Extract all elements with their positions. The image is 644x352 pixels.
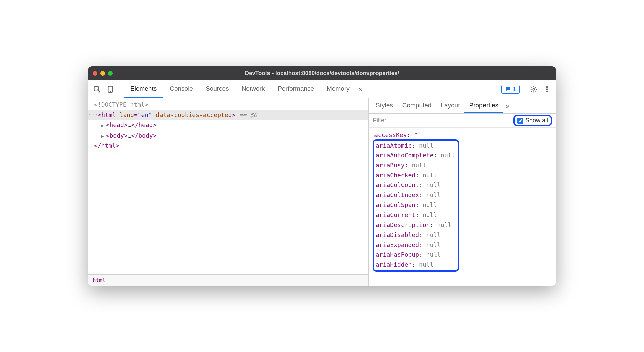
property-row[interactable]: ariaHasPopup: null — [375, 250, 455, 260]
property-row[interactable]: ariaColSpan: null — [375, 200, 455, 210]
side-tab-layout[interactable]: Layout — [436, 98, 464, 113]
dom-panel: <!DOCTYPE html> ···<html lang="en" data-… — [88, 98, 369, 286]
property-row[interactable]: ariaDescription: null — [375, 220, 455, 230]
tabs-overflow-icon[interactable]: » — [356, 85, 365, 93]
tab-elements[interactable]: Elements — [124, 80, 163, 98]
settings-gear-icon[interactable] — [528, 84, 539, 95]
window-controls — [93, 71, 113, 76]
tab-sources[interactable]: Sources — [200, 80, 235, 98]
property-row[interactable]: ariaColCount: null — [375, 180, 455, 190]
breadcrumb-html[interactable]: html — [93, 277, 106, 283]
property-row[interactable]: ariaDisabled: null — [375, 230, 455, 240]
issues-badge[interactable]: 1 — [501, 85, 520, 94]
tab-network[interactable]: Network — [236, 80, 271, 98]
toolbar-divider — [120, 85, 120, 94]
titlebar: DevTools - localhost:8080/docs/devtools/… — [88, 66, 556, 80]
message-icon — [505, 86, 511, 92]
devtools-window: DevTools - localhost:8080/docs/devtools/… — [88, 66, 556, 286]
property-row[interactable]: accessKey: "" — [373, 130, 423, 140]
side-panel: Styles Computed Layout Properties » Show… — [369, 98, 556, 286]
content-area: <!DOCTYPE html> ···<html lang="en" data-… — [88, 98, 556, 286]
window-title: DevTools - localhost:8080/docs/devtools/… — [245, 70, 399, 77]
kebab-menu-icon[interactable] — [541, 84, 553, 95]
properties-filter-input[interactable] — [373, 117, 511, 124]
side-tab-computed[interactable]: Computed — [398, 98, 436, 113]
property-row[interactable]: ariaColIndex: null — [375, 190, 455, 200]
dom-head-element[interactable]: ▶<head>…</head> — [88, 120, 368, 130]
dom-body-element[interactable]: ▶<body>…</body> — [88, 130, 368, 141]
main-toolbar: Elements Console Sources Network Perform… — [88, 80, 556, 98]
dom-html-close[interactable]: </html> — [88, 141, 368, 151]
svg-point-3 — [533, 88, 535, 90]
side-tab-properties[interactable]: Properties — [464, 98, 503, 113]
breadcrumb[interactable]: html — [88, 274, 368, 286]
property-row[interactable]: ariaCurrent: null — [375, 210, 455, 220]
property-row[interactable]: ariaExpanded: null — [375, 240, 455, 250]
property-row[interactable]: ariaHidden: null — [375, 260, 455, 270]
svg-point-5 — [546, 89, 548, 90]
dom-tree[interactable]: <!DOCTYPE html> ···<html lang="en" data-… — [88, 98, 368, 274]
maximize-window-button[interactable] — [108, 71, 113, 76]
main-tabs: Elements Console Sources Network Perform… — [124, 80, 365, 98]
show-all-label[interactable]: Show all — [525, 117, 548, 124]
property-row[interactable]: ariaChecked: null — [375, 170, 455, 180]
svg-point-4 — [546, 86, 548, 88]
device-toggle-icon[interactable] — [105, 84, 116, 95]
properties-highlight-box: ariaAtomic: nullariaAutoComplete: nullar… — [373, 139, 459, 272]
property-row[interactable]: ariaAtomic: null — [375, 141, 455, 151]
tab-performance[interactable]: Performance — [272, 80, 320, 98]
tab-memory[interactable]: Memory — [321, 80, 356, 98]
toolbar-divider — [524, 85, 524, 94]
properties-list[interactable]: accessKey: "" ariaAtomic: nullariaAutoCo… — [369, 128, 556, 286]
side-tabs-overflow-icon[interactable]: » — [503, 102, 512, 110]
property-row[interactable]: ariaAutoComplete: null — [375, 150, 455, 160]
dom-html-element[interactable]: ···<html lang="en" data-cookies-accepted… — [88, 110, 368, 120]
inspect-element-icon[interactable] — [91, 84, 103, 95]
side-tab-styles[interactable]: Styles — [371, 98, 398, 113]
dom-doctype[interactable]: <!DOCTYPE html> — [88, 100, 368, 110]
close-window-button[interactable] — [93, 71, 97, 76]
tab-console[interactable]: Console — [164, 80, 199, 98]
show-all-checkbox[interactable] — [517, 118, 523, 124]
side-tabs: Styles Computed Layout Properties » — [369, 98, 556, 114]
minimize-window-button[interactable] — [100, 71, 105, 76]
show-all-control: Show all — [513, 115, 552, 126]
issues-count: 1 — [513, 86, 516, 93]
property-row[interactable]: ariaBusy: null — [375, 160, 455, 170]
svg-point-6 — [546, 91, 548, 92]
properties-filter-row: Show all — [369, 114, 556, 128]
